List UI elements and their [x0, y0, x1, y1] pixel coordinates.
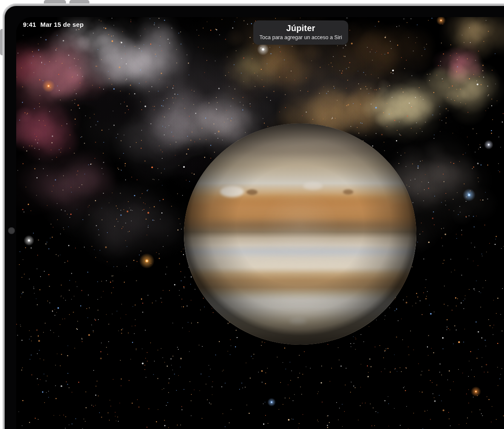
- planet-limb-shading: [184, 123, 416, 345]
- planet-jupiter[interactable]: [184, 123, 416, 345]
- page-background: 9:41 Mar 15 de sep Júpiter Toca para agr…: [0, 0, 504, 429]
- status-bar-time: 9:41: [23, 21, 36, 28]
- ipad-device-frame: 9:41 Mar 15 de sep Júpiter Toca para agr…: [3, 3, 504, 429]
- status-bar: 9:41 Mar 15 de sep: [23, 21, 84, 28]
- screen-bezel: 9:41 Mar 15 de sep Júpiter Toca para agr…: [5, 6, 504, 429]
- status-bar-date: Mar 15 de sep: [40, 21, 84, 28]
- front-camera: [8, 227, 15, 234]
- siri-banner-title: Júpiter: [253, 23, 348, 34]
- screen: 9:41 Mar 15 de sep Júpiter Toca para agr…: [16, 17, 504, 429]
- siri-banner-subtitle: Toca para agregar un acceso a Siri: [253, 34, 348, 41]
- siri-suggestion-banner[interactable]: Júpiter Toca para agregar un acceso a Si…: [253, 20, 348, 45]
